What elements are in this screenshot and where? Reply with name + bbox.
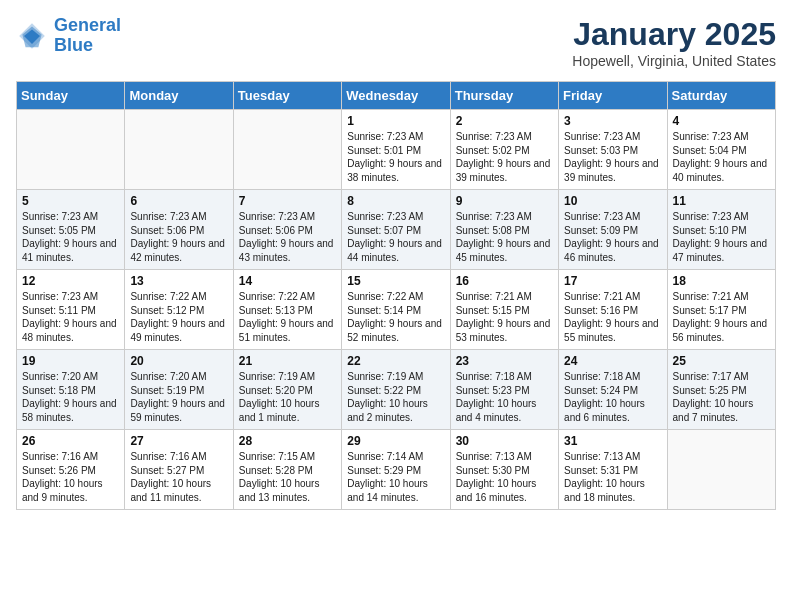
day-number: 24	[564, 354, 661, 368]
day-number: 12	[22, 274, 119, 288]
weekday-header: Friday	[559, 82, 667, 110]
page-header: General Blue January 2025 Hopewell, Virg…	[16, 16, 776, 69]
weekday-header: Tuesday	[233, 82, 341, 110]
calendar-cell: 4Sunrise: 7:23 AM Sunset: 5:04 PM Daylig…	[667, 110, 775, 190]
calendar-cell: 1Sunrise: 7:23 AM Sunset: 5:01 PM Daylig…	[342, 110, 450, 190]
calendar-cell: 11Sunrise: 7:23 AM Sunset: 5:10 PM Dayli…	[667, 190, 775, 270]
weekday-header: Sunday	[17, 82, 125, 110]
day-content: Sunrise: 7:15 AM Sunset: 5:28 PM Dayligh…	[239, 450, 336, 504]
calendar-cell: 3Sunrise: 7:23 AM Sunset: 5:03 PM Daylig…	[559, 110, 667, 190]
day-number: 15	[347, 274, 444, 288]
day-number: 16	[456, 274, 553, 288]
weekday-header: Monday	[125, 82, 233, 110]
calendar-cell: 13Sunrise: 7:22 AM Sunset: 5:12 PM Dayli…	[125, 270, 233, 350]
day-number: 8	[347, 194, 444, 208]
day-content: Sunrise: 7:18 AM Sunset: 5:24 PM Dayligh…	[564, 370, 661, 424]
day-content: Sunrise: 7:22 AM Sunset: 5:13 PM Dayligh…	[239, 290, 336, 344]
day-content: Sunrise: 7:23 AM Sunset: 5:01 PM Dayligh…	[347, 130, 444, 184]
day-content: Sunrise: 7:23 AM Sunset: 5:07 PM Dayligh…	[347, 210, 444, 264]
calendar-cell	[125, 110, 233, 190]
day-number: 30	[456, 434, 553, 448]
day-content: Sunrise: 7:23 AM Sunset: 5:09 PM Dayligh…	[564, 210, 661, 264]
day-content: Sunrise: 7:19 AM Sunset: 5:22 PM Dayligh…	[347, 370, 444, 424]
calendar-cell: 27Sunrise: 7:16 AM Sunset: 5:27 PM Dayli…	[125, 430, 233, 510]
weekday-header: Saturday	[667, 82, 775, 110]
calendar-cell: 30Sunrise: 7:13 AM Sunset: 5:30 PM Dayli…	[450, 430, 558, 510]
calendar-cell	[667, 430, 775, 510]
calendar-cell: 29Sunrise: 7:14 AM Sunset: 5:29 PM Dayli…	[342, 430, 450, 510]
calendar-cell: 23Sunrise: 7:18 AM Sunset: 5:23 PM Dayli…	[450, 350, 558, 430]
day-content: Sunrise: 7:16 AM Sunset: 5:26 PM Dayligh…	[22, 450, 119, 504]
day-number: 14	[239, 274, 336, 288]
day-number: 4	[673, 114, 770, 128]
day-number: 29	[347, 434, 444, 448]
day-content: Sunrise: 7:21 AM Sunset: 5:16 PM Dayligh…	[564, 290, 661, 344]
calendar-cell: 28Sunrise: 7:15 AM Sunset: 5:28 PM Dayli…	[233, 430, 341, 510]
calendar-week-row: 12Sunrise: 7:23 AM Sunset: 5:11 PM Dayli…	[17, 270, 776, 350]
day-number: 20	[130, 354, 227, 368]
calendar-cell: 9Sunrise: 7:23 AM Sunset: 5:08 PM Daylig…	[450, 190, 558, 270]
day-content: Sunrise: 7:22 AM Sunset: 5:14 PM Dayligh…	[347, 290, 444, 344]
calendar-cell: 31Sunrise: 7:13 AM Sunset: 5:31 PM Dayli…	[559, 430, 667, 510]
day-content: Sunrise: 7:23 AM Sunset: 5:10 PM Dayligh…	[673, 210, 770, 264]
calendar-cell: 19Sunrise: 7:20 AM Sunset: 5:18 PM Dayli…	[17, 350, 125, 430]
weekday-header: Wednesday	[342, 82, 450, 110]
calendar-cell: 14Sunrise: 7:22 AM Sunset: 5:13 PM Dayli…	[233, 270, 341, 350]
day-number: 31	[564, 434, 661, 448]
logo-text: General Blue	[54, 16, 121, 56]
day-content: Sunrise: 7:13 AM Sunset: 5:30 PM Dayligh…	[456, 450, 553, 504]
calendar-cell: 6Sunrise: 7:23 AM Sunset: 5:06 PM Daylig…	[125, 190, 233, 270]
day-content: Sunrise: 7:23 AM Sunset: 5:03 PM Dayligh…	[564, 130, 661, 184]
calendar-cell: 17Sunrise: 7:21 AM Sunset: 5:16 PM Dayli…	[559, 270, 667, 350]
calendar-cell: 21Sunrise: 7:19 AM Sunset: 5:20 PM Dayli…	[233, 350, 341, 430]
day-content: Sunrise: 7:19 AM Sunset: 5:20 PM Dayligh…	[239, 370, 336, 424]
calendar-cell: 24Sunrise: 7:18 AM Sunset: 5:24 PM Dayli…	[559, 350, 667, 430]
calendar-cell: 20Sunrise: 7:20 AM Sunset: 5:19 PM Dayli…	[125, 350, 233, 430]
calendar-week-row: 19Sunrise: 7:20 AM Sunset: 5:18 PM Dayli…	[17, 350, 776, 430]
calendar-cell: 25Sunrise: 7:17 AM Sunset: 5:25 PM Dayli…	[667, 350, 775, 430]
calendar-cell: 5Sunrise: 7:23 AM Sunset: 5:05 PM Daylig…	[17, 190, 125, 270]
calendar-cell	[17, 110, 125, 190]
day-number: 1	[347, 114, 444, 128]
calendar-cell: 12Sunrise: 7:23 AM Sunset: 5:11 PM Dayli…	[17, 270, 125, 350]
day-number: 3	[564, 114, 661, 128]
day-number: 23	[456, 354, 553, 368]
day-number: 9	[456, 194, 553, 208]
title-block: January 2025 Hopewell, Virginia, United …	[572, 16, 776, 69]
calendar-cell: 26Sunrise: 7:16 AM Sunset: 5:26 PM Dayli…	[17, 430, 125, 510]
calendar-cell: 2Sunrise: 7:23 AM Sunset: 5:02 PM Daylig…	[450, 110, 558, 190]
month-title: January 2025	[572, 16, 776, 53]
calendar-week-row: 1Sunrise: 7:23 AM Sunset: 5:01 PM Daylig…	[17, 110, 776, 190]
day-number: 6	[130, 194, 227, 208]
day-content: Sunrise: 7:20 AM Sunset: 5:19 PM Dayligh…	[130, 370, 227, 424]
calendar-cell: 18Sunrise: 7:21 AM Sunset: 5:17 PM Dayli…	[667, 270, 775, 350]
day-content: Sunrise: 7:23 AM Sunset: 5:11 PM Dayligh…	[22, 290, 119, 344]
calendar-week-row: 26Sunrise: 7:16 AM Sunset: 5:26 PM Dayli…	[17, 430, 776, 510]
calendar-cell: 16Sunrise: 7:21 AM Sunset: 5:15 PM Dayli…	[450, 270, 558, 350]
day-number: 19	[22, 354, 119, 368]
day-content: Sunrise: 7:22 AM Sunset: 5:12 PM Dayligh…	[130, 290, 227, 344]
day-number: 22	[347, 354, 444, 368]
day-content: Sunrise: 7:20 AM Sunset: 5:18 PM Dayligh…	[22, 370, 119, 424]
day-number: 13	[130, 274, 227, 288]
day-content: Sunrise: 7:17 AM Sunset: 5:25 PM Dayligh…	[673, 370, 770, 424]
day-content: Sunrise: 7:23 AM Sunset: 5:08 PM Dayligh…	[456, 210, 553, 264]
day-content: Sunrise: 7:23 AM Sunset: 5:02 PM Dayligh…	[456, 130, 553, 184]
calendar-table: SundayMondayTuesdayWednesdayThursdayFrid…	[16, 81, 776, 510]
day-number: 21	[239, 354, 336, 368]
day-number: 28	[239, 434, 336, 448]
day-content: Sunrise: 7:23 AM Sunset: 5:06 PM Dayligh…	[130, 210, 227, 264]
day-number: 10	[564, 194, 661, 208]
day-number: 5	[22, 194, 119, 208]
day-number: 2	[456, 114, 553, 128]
calendar-week-row: 5Sunrise: 7:23 AM Sunset: 5:05 PM Daylig…	[17, 190, 776, 270]
day-content: Sunrise: 7:21 AM Sunset: 5:15 PM Dayligh…	[456, 290, 553, 344]
day-content: Sunrise: 7:23 AM Sunset: 5:06 PM Dayligh…	[239, 210, 336, 264]
logo-icon	[16, 20, 48, 52]
weekday-header-row: SundayMondayTuesdayWednesdayThursdayFrid…	[17, 82, 776, 110]
calendar-cell: 15Sunrise: 7:22 AM Sunset: 5:14 PM Dayli…	[342, 270, 450, 350]
day-number: 7	[239, 194, 336, 208]
day-content: Sunrise: 7:23 AM Sunset: 5:04 PM Dayligh…	[673, 130, 770, 184]
day-content: Sunrise: 7:16 AM Sunset: 5:27 PM Dayligh…	[130, 450, 227, 504]
location: Hopewell, Virginia, United States	[572, 53, 776, 69]
